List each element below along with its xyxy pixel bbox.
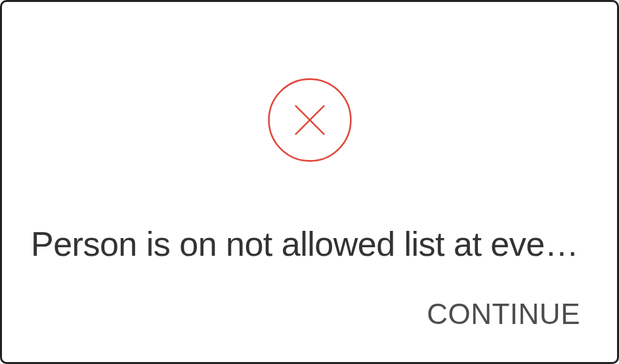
error-x-icon <box>267 77 352 163</box>
error-dialog: Person is on not allowed list at eve… CO… <box>2 2 617 362</box>
dialog-actions: CONTINUE <box>424 293 583 336</box>
error-message: Person is on not allowed list at eve… <box>2 225 617 264</box>
continue-button[interactable]: CONTINUE <box>424 293 583 336</box>
icon-container <box>2 77 617 163</box>
